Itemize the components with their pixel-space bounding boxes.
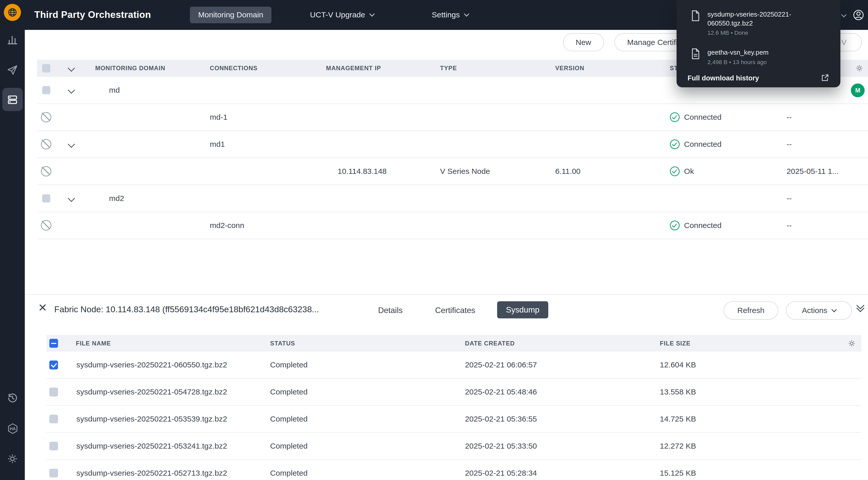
cell-date: 2025-05-11 1...: [782, 167, 868, 176]
row-checkbox[interactable]: [49, 442, 58, 451]
table-settings-gear-icon[interactable]: [855, 64, 863, 72]
cell-status: Completed: [270, 387, 464, 396]
check-circle-icon: [670, 112, 680, 122]
cell-status: Completed: [270, 361, 464, 369]
new-button[interactable]: New: [563, 33, 604, 51]
cell-status: Connected: [665, 220, 782, 230]
cell-type: V Series Node: [435, 167, 550, 176]
account-icon[interactable]: [852, 9, 865, 21]
row-checkbox[interactable]: [42, 86, 50, 94]
cell-status: Completed: [270, 442, 464, 450]
cell-file-name: sysdump-vseries-20250221-060550.tgz.bz2: [73, 361, 270, 369]
chevron-down-icon: [369, 11, 375, 16]
tab-sysdump[interactable]: Sysdump: [497, 301, 548, 318]
document-icon: [691, 48, 700, 60]
cell-date-created: 2025-02-21 05:36:55: [464, 415, 659, 423]
page-title: Third Party Orchestration: [34, 0, 151, 30]
download-item[interactable]: geetha-vsn_key.pem 2,498 B • 13 hours ag…: [691, 48, 833, 65]
row-checkbox[interactable]: [49, 387, 58, 397]
cell-file-size: 13.558 KB: [659, 387, 861, 396]
chevron-down-icon[interactable]: [67, 195, 75, 202]
chevron-down-icon[interactable]: [67, 65, 75, 72]
sysdump-table-header: FILE NAME STATUS DATE CREATED FILE SIZE: [46, 335, 861, 351]
table-row-md-1[interactable]: md-1 Connected --: [37, 104, 868, 131]
select-all-checkbox[interactable]: [42, 64, 50, 72]
cell-date: --: [782, 194, 868, 203]
chevron-down-icon[interactable]: [841, 12, 846, 18]
sysdump-row[interactable]: sysdump-vseries-20250221-060550.tgz.bz2 …: [46, 351, 861, 379]
actions-button-label: Actions: [802, 306, 827, 315]
sidebar-item-dashboard-chart-icon[interactable]: [7, 34, 18, 46]
table-row-md2-conn[interactable]: md2-conn Connected --: [37, 212, 868, 239]
cell-connection: md2-conn: [205, 221, 321, 230]
tab-details[interactable]: Details: [378, 306, 403, 315]
header-expand-cell: [61, 66, 90, 71]
cell-date: --: [782, 140, 868, 148]
download-item[interactable]: sysdump-vseries-20250221-060550.tgz.bz2 …: [691, 10, 833, 36]
download-file-name: sysdump-vseries-20250221-060550.tgz.bz2: [708, 10, 833, 28]
sidebar-item-orchestration-icon[interactable]: [7, 94, 18, 105]
download-file-name: geetha-vsn_key.pem: [708, 48, 833, 57]
sysdump-row[interactable]: sysdump-vseries-20250221-053539.tgz.bz2 …: [46, 406, 861, 433]
full-download-history-link[interactable]: Full download history: [687, 74, 759, 82]
column-header-file-size: FILE SIZE: [659, 340, 861, 347]
cell-monitoring-domain: md2: [90, 194, 205, 203]
chevron-down-icon: [832, 307, 837, 312]
svg-text:HA: HA: [10, 426, 16, 431]
refresh-button[interactable]: Refresh: [723, 301, 778, 319]
external-link-icon[interactable]: [821, 73, 829, 82]
sysdump-row[interactable]: sysdump-vseries-20250221-052713.tgz.bz2 …: [46, 460, 861, 480]
cell-status: Ok: [665, 167, 782, 176]
user-initial-badge[interactable]: M: [851, 83, 865, 97]
app-logo-globe-icon[interactable]: [4, 4, 21, 21]
fabric-node-panel: Fabric Node: 10.114.83.148 (ff5569134c4f…: [25, 294, 868, 480]
row-checkbox-checked[interactable]: [49, 361, 58, 370]
collapse-panel-double-chevron-icon[interactable]: [858, 303, 863, 311]
sidebar-item-settings-gear-icon[interactable]: [7, 453, 18, 465]
row-checkbox[interactable]: [49, 415, 58, 423]
table-row-md2[interactable]: md2 --: [37, 185, 868, 212]
close-icon[interactable]: [36, 301, 49, 314]
table-row-vseries-node[interactable]: 10.114.83.148 V Series Node 6.11.00 Ok 2…: [37, 158, 868, 185]
cell-connection: md1: [205, 140, 321, 148]
column-header-type: TYPE: [435, 65, 550, 72]
menu-uctv-upgrade-label: UCT-V Upgrade: [310, 10, 365, 19]
cell-file-size: 12.604 KB: [659, 361, 861, 369]
row-checkbox[interactable]: [42, 194, 50, 202]
sidebar-item-history-icon[interactable]: [7, 392, 18, 404]
column-header-version: VERSION: [550, 65, 665, 72]
chevron-down-icon: [464, 11, 469, 16]
cell-file-name: sysdump-vseries-20250221-052713.tgz.bz2: [73, 469, 270, 477]
sysdump-row[interactable]: sysdump-vseries-20250221-054728.tgz.bz2 …: [46, 379, 861, 406]
column-header-date-created: DATE CREATED: [464, 340, 659, 347]
table-row-md1[interactable]: md1 Connected --: [37, 131, 868, 158]
cell-status: Connected: [665, 139, 782, 149]
chevron-down-icon[interactable]: [67, 141, 75, 148]
chevron-down-icon[interactable]: [67, 87, 75, 94]
cell-management-ip: 10.114.83.148: [321, 167, 435, 176]
cell-version: 6.11.00: [550, 167, 665, 176]
row-checkbox[interactable]: [49, 469, 58, 478]
sidebar-item-deploy-icon[interactable]: [7, 64, 18, 76]
sysdump-row[interactable]: sysdump-vseries-20250221-053241.tgz.bz2 …: [46, 433, 861, 460]
cell-date: --: [782, 113, 868, 122]
blocked-icon: [41, 139, 51, 149]
select-all-checkbox[interactable]: [49, 339, 58, 348]
menu-settings[interactable]: Settings: [432, 0, 468, 30]
actions-button[interactable]: Actions: [786, 301, 852, 319]
cell-status: Completed: [270, 415, 464, 423]
cell-file-name: sysdump-vseries-20250221-054728.tgz.bz2: [73, 387, 270, 396]
tab-certificates[interactable]: Certificates: [435, 306, 475, 315]
tab-monitoring-domain[interactable]: Monitoring Domain: [190, 7, 272, 23]
table-settings-gear-icon[interactable]: [847, 339, 856, 347]
sidebar-item-ha-icon[interactable]: HA: [7, 422, 19, 435]
cell-date-created: 2025-02-21 06:06:57: [464, 361, 659, 369]
sidebar: HA: [0, 0, 25, 480]
blocked-icon: [41, 220, 51, 231]
download-file-meta: 2,498 B • 13 hours ago: [708, 59, 833, 66]
download-file-meta: 12.6 MB • Done: [708, 29, 833, 36]
cell-file-size: 14.725 KB: [659, 415, 861, 423]
download-popup: sysdump-vseries-20250221-060550.tgz.bz2 …: [677, 0, 840, 87]
blocked-icon: [41, 112, 51, 123]
menu-uctv-upgrade[interactable]: UCT-V Upgrade: [310, 0, 374, 30]
